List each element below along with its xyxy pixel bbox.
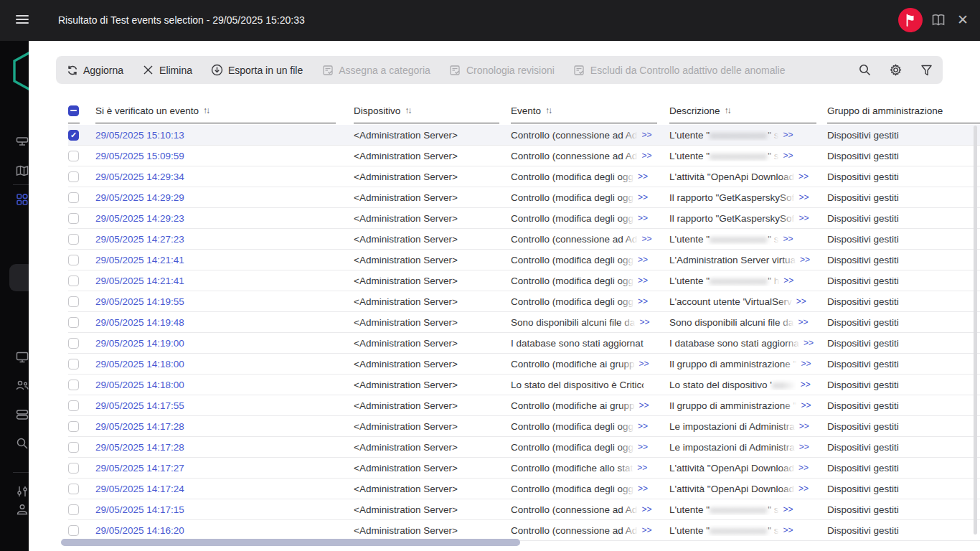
filter-icon[interactable]	[920, 64, 933, 77]
expand-event-link[interactable]: >>	[639, 317, 649, 327]
horizontal-scrollbar-thumb[interactable]	[61, 539, 520, 546]
row-checkbox[interactable]	[68, 255, 79, 265]
expand-event-link[interactable]: >>	[641, 151, 651, 161]
table-row[interactable]: 29/05/2025 14:29:29 <Administration Serv…	[68, 187, 980, 208]
expand-description-link[interactable]: >>	[783, 276, 793, 286]
table-row[interactable]: 29/05/2025 14:29:34 <Administration Serv…	[68, 166, 980, 187]
column-header-event[interactable]: Evento ↑↓	[511, 100, 669, 121]
event-time-link[interactable]: 29/05/2025 14:17:15	[95, 504, 184, 515]
table-row[interactable]: 29/05/2025 14:17:27 <Administration Serv…	[68, 458, 980, 479]
row-checkbox[interactable]	[68, 504, 79, 515]
exclude-adaptive-anomaly-button[interactable]: Escludi da Controllo adattivo delle anom…	[573, 64, 786, 76]
table-row[interactable]: 29/05/2025 15:09:59 <Administration Serv…	[68, 146, 980, 166]
row-checkbox[interactable]	[68, 400, 79, 411]
event-time-link[interactable]: 29/05/2025 14:29:29	[95, 192, 184, 203]
sidebar-item-account[interactable]	[16, 503, 29, 516]
select-all-checkbox[interactable]	[68, 105, 79, 116]
expand-event-link[interactable]: >>	[638, 442, 648, 452]
expand-description-link[interactable]: >>	[799, 421, 809, 431]
row-checkbox[interactable]	[68, 130, 79, 141]
event-time-link[interactable]: 29/05/2025 14:21:41	[95, 255, 184, 265]
event-time-link[interactable]: 29/05/2025 14:27:23	[95, 234, 184, 245]
event-time-link[interactable]: 29/05/2025 15:09:59	[95, 151, 184, 161]
expand-event-link[interactable]: >>	[638, 171, 648, 182]
expand-description-link[interactable]: >>	[798, 317, 808, 327]
expand-description-link[interactable]: >>	[783, 525, 793, 535]
row-checkbox[interactable]	[68, 442, 79, 453]
event-time-link[interactable]: 29/05/2025 14:18:00	[95, 359, 184, 369]
sidebar-item-server[interactable]	[16, 135, 29, 148]
row-checkbox[interactable]	[68, 421, 79, 432]
expand-event-link[interactable]: >>	[641, 504, 651, 514]
expand-description-link[interactable]: >>	[783, 234, 793, 244]
expand-event-link[interactable]: >>	[638, 421, 648, 431]
row-checkbox[interactable]	[68, 525, 79, 536]
sidebar-item-users[interactable]	[16, 380, 29, 392]
event-time-link[interactable]: 29/05/2025 14:17:28	[95, 442, 184, 453]
table-row[interactable]: 29/05/2025 14:17:28 <Administration Serv…	[68, 416, 980, 437]
row-checkbox[interactable]	[68, 213, 79, 224]
sidebar-item-devices[interactable]	[16, 351, 29, 364]
table-row[interactable]: 29/05/2025 14:18:00 <Administration Serv…	[68, 375, 980, 395]
hamburger-menu-icon[interactable]	[16, 15, 29, 25]
row-checkbox[interactable]	[68, 296, 79, 307]
expand-event-link[interactable]: >>	[638, 276, 648, 286]
expand-event-link[interactable]: >>	[638, 484, 648, 494]
expand-description-link[interactable]: >>	[804, 338, 814, 348]
notifications-flag-icon[interactable]	[898, 8, 923, 32]
row-checkbox[interactable]	[68, 484, 79, 494]
table-row[interactable]: 29/05/2025 15:10:13 <Administration Serv…	[68, 125, 980, 146]
column-header-description[interactable]: Descrizione ↑↓	[669, 100, 827, 121]
row-checkbox[interactable]	[68, 234, 79, 245]
delete-button[interactable]: Elimina	[142, 64, 192, 76]
table-row[interactable]: 29/05/2025 14:17:15 <Administration Serv…	[68, 499, 980, 520]
expand-description-link[interactable]: >>	[801, 380, 811, 390]
expand-event-link[interactable]: >>	[637, 463, 647, 473]
sort-icon[interactable]: ↑↓	[725, 105, 730, 116]
row-checkbox[interactable]	[68, 171, 79, 182]
column-header-event-time[interactable]: Si è verificato un evento ↑↓	[95, 100, 354, 121]
table-row[interactable]: 29/05/2025 14:17:55 <Administration Serv…	[68, 395, 980, 416]
expand-event-link[interactable]: >>	[641, 130, 651, 140]
sidebar-item-monitoring-active[interactable]	[16, 193, 29, 206]
sidebar-item-repositories[interactable]	[16, 408, 29, 421]
expand-event-link[interactable]: >>	[638, 296, 648, 306]
event-time-link[interactable]: 29/05/2025 14:17:55	[95, 400, 184, 411]
table-row[interactable]: 29/05/2025 14:19:48 <Administration Serv…	[68, 312, 980, 333]
expand-event-link[interactable]: >>	[639, 400, 649, 410]
column-header-admin-group[interactable]: Gruppo di amministrazione	[827, 100, 980, 121]
sort-icon[interactable]: ↑↓	[405, 105, 410, 116]
expand-event-link[interactable]: >>	[641, 525, 651, 535]
help-book-icon[interactable]	[931, 14, 946, 28]
revision-history-button[interactable]: Cronologia revisioni	[449, 64, 555, 76]
row-checkbox[interactable]	[68, 317, 79, 328]
expand-event-link[interactable]: >>	[638, 213, 648, 223]
gear-icon[interactable]	[889, 64, 902, 77]
sort-icon[interactable]: ↑↓	[203, 105, 209, 116]
event-time-link[interactable]: 29/05/2025 14:29:23	[95, 213, 184, 224]
sidebar-item-map[interactable]	[16, 164, 29, 177]
expand-description-link[interactable]: >>	[800, 255, 810, 265]
expand-description-link[interactable]: >>	[798, 213, 809, 223]
expand-description-link[interactable]: >>	[796, 296, 806, 306]
sort-icon[interactable]: ↑↓	[545, 105, 551, 116]
row-checkbox[interactable]	[68, 359, 79, 369]
expand-description-link[interactable]: >>	[801, 400, 811, 410]
search-icon[interactable]	[858, 64, 871, 77]
table-row[interactable]: 29/05/2025 14:29:23 <Administration Serv…	[68, 208, 980, 229]
event-time-link[interactable]: 29/05/2025 14:17:27	[95, 463, 184, 474]
expand-description-link[interactable]: >>	[801, 359, 811, 369]
sidebar-item-console-settings[interactable]	[16, 485, 29, 498]
table-row[interactable]: 29/05/2025 14:27:23 <Administration Serv…	[68, 229, 980, 250]
event-time-link[interactable]: 29/05/2025 14:19:55	[95, 296, 184, 307]
table-row[interactable]: 29/05/2025 14:18:00 <Administration Serv…	[68, 354, 980, 375]
event-time-link[interactable]: 29/05/2025 14:17:24	[95, 484, 184, 494]
expand-event-link[interactable]: >>	[641, 234, 651, 244]
expand-description-link[interactable]: >>	[783, 504, 793, 514]
event-time-link[interactable]: 29/05/2025 14:18:00	[95, 380, 184, 390]
expand-event-link[interactable]: >>	[639, 359, 649, 369]
expand-event-link[interactable]: >>	[638, 255, 648, 265]
vertical-scrollbar-thumb[interactable]	[974, 126, 977, 534]
row-checkbox[interactable]	[68, 192, 79, 203]
column-header-device[interactable]: Dispositivo ↑↓	[354, 100, 511, 121]
